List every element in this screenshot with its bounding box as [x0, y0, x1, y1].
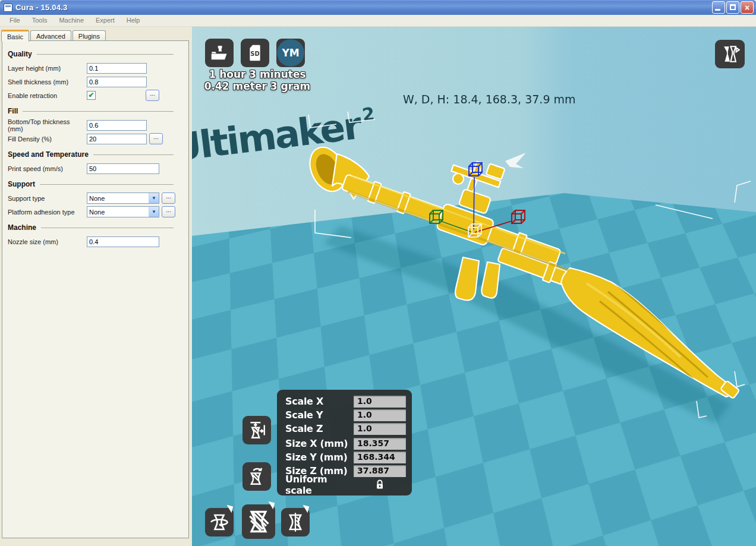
- maximize-button[interactable]: [726, 1, 739, 14]
- close-icon: ×: [741, 2, 753, 13]
- menu-machine[interactable]: Machine: [53, 15, 90, 26]
- size-y-label: Size Y (mm): [285, 452, 354, 463]
- chevron-down-icon: ▼: [149, 207, 159, 217]
- support-type-value: None: [87, 195, 149, 202]
- scale-y-field[interactable]: 1.0: [354, 409, 406, 421]
- tab-basic[interactable]: Basic: [1, 30, 29, 42]
- tab-plugins[interactable]: Plugins: [73, 30, 106, 41]
- setting-row: Fill Density (%) ...: [8, 132, 183, 146]
- minimize-button[interactable]: [712, 1, 725, 14]
- settings-tabs: Basic Advanced Plugins: [1, 29, 107, 40]
- save-toolpath-sd-button[interactable]: SD: [241, 39, 269, 67]
- fill-density-label: Fill Density (%): [8, 135, 87, 143]
- basic-settings-page: Quality Layer height (mm) Shell thicknes…: [2, 40, 189, 538]
- section-support: Support: [8, 180, 35, 188]
- minimize-icon: [715, 9, 720, 11]
- rotate-tool-icon: [209, 512, 230, 533]
- reset-scale-icon: [247, 466, 267, 487]
- setting-row: Shell thickness (mm): [8, 75, 183, 89]
- adhesion-settings-button[interactable]: ...: [162, 206, 175, 217]
- menu-bar: File Tools Machine Expert Help: [0, 15, 756, 27]
- size-x-label: Size X (mm): [285, 438, 354, 449]
- scale-x-label: Scale X: [285, 396, 354, 407]
- scale-to-max-button[interactable]: [242, 416, 271, 444]
- material-usage: 0.42 meter 3 gram: [197, 80, 318, 92]
- menu-file[interactable]: File: [4, 15, 26, 26]
- uniform-scale-lock-button[interactable]: [354, 479, 406, 490]
- youmagine-icon: YM: [277, 39, 304, 67]
- scale-z-label: Scale Z: [285, 423, 354, 434]
- support-settings-button[interactable]: ...: [162, 192, 175, 204]
- shell-thickness-input[interactable]: [87, 77, 147, 87]
- section-machine: Machine: [8, 223, 36, 232]
- reset-scale-button[interactable]: [242, 462, 271, 491]
- setting-row: Bottom/Top thickness (mm): [8, 118, 183, 132]
- view-mode-button[interactable]: [715, 40, 745, 68]
- mirror-tool-button[interactable]: [281, 508, 310, 536]
- layer-height-label: Layer height (mm): [8, 65, 87, 72]
- rotate-tool-button[interactable]: [205, 508, 234, 536]
- setting-row: Support type None ▼ ...: [8, 191, 183, 205]
- size-y-field[interactable]: 168.344: [354, 452, 406, 463]
- gizmo-x-handle: [512, 210, 525, 223]
- lock-icon: [376, 479, 384, 490]
- setting-row: Nozzle size (mm): [8, 235, 183, 248]
- section-divider: [41, 228, 174, 228]
- tab-advanced[interactable]: Advanced: [30, 30, 71, 41]
- share-youmagine-button[interactable]: YM: [276, 39, 305, 67]
- app-icon: [4, 4, 12, 12]
- setting-row: Platform adhesion type None ▼ ...: [8, 205, 183, 219]
- size-x-field[interactable]: 18.357: [354, 438, 406, 450]
- chevron-down-icon: ▼: [149, 193, 159, 203]
- enable-retraction-checkbox[interactable]: ✔: [87, 91, 96, 100]
- platform-adhesion-select[interactable]: None ▼: [87, 206, 159, 217]
- 3d-viewport[interactable]: Ultimaker2: [192, 27, 756, 546]
- shell-thickness-label: Shell thickness (mm): [8, 78, 87, 86]
- platform-adhesion-value: None: [87, 209, 149, 216]
- window-title: Cura - 15.04.3: [15, 3, 67, 12]
- support-type-select[interactable]: None ▼: [87, 192, 159, 204]
- scale-y-label: Scale Y: [285, 409, 354, 421]
- menu-help[interactable]: Help: [121, 15, 146, 26]
- view-mode-icon: [720, 44, 740, 64]
- print-head-marker: [505, 153, 526, 168]
- scale-tool-panel: Scale X1.0 Scale Y1.0 Scale Z1.0 Size X …: [277, 390, 412, 495]
- uniform-scale-label: Uniform scale: [285, 474, 354, 496]
- close-button[interactable]: ×: [741, 1, 754, 14]
- scale-x-field[interactable]: 1.0: [354, 396, 406, 408]
- sd-card-icon: SD: [245, 43, 264, 62]
- fill-density-input[interactable]: [87, 134, 147, 144]
- setting-row: Layer height (mm): [8, 61, 183, 75]
- print-time: 1 hour 3 minutes: [197, 68, 318, 80]
- size-z-field[interactable]: 37.887: [354, 465, 406, 477]
- menu-tools[interactable]: Tools: [26, 15, 53, 26]
- print-speed-input[interactable]: [87, 163, 159, 174]
- section-divider: [40, 184, 174, 185]
- section-divider: [37, 54, 174, 55]
- settings-panel: Basic Advanced Plugins Quality Layer hei…: [0, 27, 192, 546]
- scale-tool-icon: [245, 508, 272, 535]
- maximize-icon: [730, 4, 736, 10]
- menu-expert[interactable]: Expert: [90, 15, 121, 26]
- nozzle-size-input[interactable]: [87, 236, 159, 247]
- retraction-settings-button[interactable]: ...: [146, 90, 159, 101]
- support-type-label: Support type: [8, 195, 87, 202]
- scale-tool-button[interactable]: [242, 504, 275, 539]
- section-fill: Fill: [8, 107, 18, 115]
- setting-row: Enable retraction ✔ ...: [8, 89, 183, 102]
- setting-row: Print speed (mm/s): [8, 162, 183, 175]
- layer-height-input[interactable]: [87, 63, 147, 74]
- fill-settings-button[interactable]: ...: [149, 133, 163, 144]
- svg-text:SD: SD: [250, 51, 260, 57]
- scale-z-field[interactable]: 1.0: [354, 423, 406, 435]
- platform-adhesion-label: Platform adhesion type: [8, 209, 87, 216]
- enable-retraction-label: Enable retraction: [8, 92, 87, 99]
- load-model-icon: [210, 43, 229, 62]
- print-stats: 1 hour 3 minutes 0.42 meter 3 gram: [197, 68, 318, 92]
- bottom-top-thickness-input[interactable]: [87, 120, 147, 131]
- rpg-model: [303, 141, 739, 399]
- section-speed-temperature: Speed and Temperature: [8, 150, 89, 159]
- title-bar: Cura - 15.04.3 ×: [0, 0, 756, 15]
- bottom-top-thickness-label: Bottom/Top thickness (mm): [8, 118, 87, 132]
- load-model-button[interactable]: [205, 39, 234, 67]
